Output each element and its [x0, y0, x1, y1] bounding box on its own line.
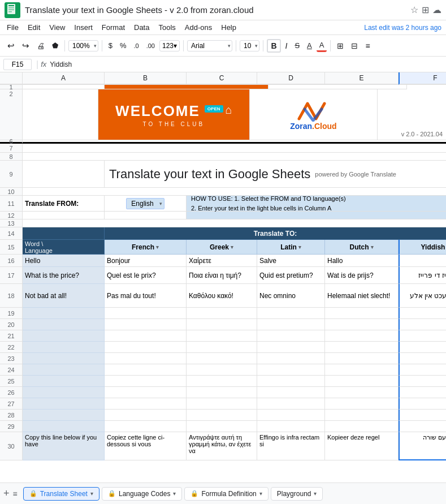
cell-b23[interactable] — [105, 353, 187, 364]
cloud-icon[interactable]: ☁ — [432, 5, 441, 15]
cell-a1[interactable] — [23, 85, 105, 89]
cell-b29[interactable] — [105, 421, 187, 432]
cell-b16[interactable]: Bonjour — [105, 255, 187, 267]
cell-a26[interactable] — [23, 387, 105, 398]
cell-c20[interactable] — [187, 319, 257, 330]
cell-e18[interactable]: Helemaal niet slecht! — [325, 284, 399, 308]
font-label[interactable]: Arial — [187, 40, 232, 51]
cell-a17[interactable]: What is the price? — [23, 267, 105, 284]
cell-f26[interactable] — [399, 387, 446, 398]
tab-playground[interactable]: Playground ▾ — [271, 487, 323, 501]
bold-button[interactable]: B — [267, 39, 280, 53]
col-a-header[interactable]: A — [23, 72, 105, 85]
cell-a21[interactable] — [23, 330, 105, 342]
cell-b24[interactable] — [105, 364, 187, 376]
menu-data[interactable]: Data — [132, 22, 151, 33]
cell-e29[interactable] — [325, 421, 399, 432]
underline-button[interactable]: A — [304, 40, 315, 51]
fontsize-selector[interactable]: 10 ▾ — [240, 40, 259, 51]
french-header[interactable]: French ▾ — [105, 240, 187, 255]
cell-a28[interactable] — [23, 410, 105, 421]
cell-a19[interactable] — [23, 308, 105, 319]
tab-formula-definition[interactable]: 🔒 Formula Definition ▾ — [184, 487, 268, 501]
menu-file[interactable]: File — [5, 22, 21, 33]
cell-a29[interactable] — [23, 421, 105, 432]
cell-f16[interactable]: העלא — [399, 255, 446, 267]
cell-c18[interactable]: Καθόλου κακό! — [187, 284, 257, 308]
more-button[interactable]: ≡ — [362, 40, 373, 51]
cell-d29[interactable] — [257, 421, 325, 432]
cell-f24[interactable] — [399, 364, 446, 376]
yiddish-header[interactable]: Yiddish ▾ — [399, 240, 446, 255]
cell-d20[interactable] — [257, 319, 325, 330]
cell-b12[interactable] — [105, 212, 187, 219]
cell-d25[interactable] — [257, 376, 325, 387]
paint-format-button[interactable]: ⬟ — [49, 40, 61, 51]
cell-e25[interactable] — [325, 376, 399, 387]
menu-insert[interactable]: Insert — [72, 22, 95, 33]
zoom-selector[interactable]: 100% ▾ — [68, 40, 98, 51]
cell-e20[interactable] — [325, 319, 399, 330]
cell-b19[interactable] — [105, 308, 187, 319]
col-b-header[interactable]: B — [105, 72, 187, 85]
cell-e22[interactable] — [325, 342, 399, 353]
cell-a2[interactable] — [23, 89, 98, 140]
text-color-button[interactable]: A — [317, 40, 327, 52]
font-selector[interactable]: Arial ▾ — [187, 40, 232, 51]
cell-d26[interactable] — [257, 387, 325, 398]
col-e-header[interactable]: E — [325, 72, 399, 85]
cell-f22[interactable] — [399, 342, 446, 353]
add-sheet-button[interactable]: + — [3, 488, 10, 499]
cell-f19[interactable] — [399, 308, 446, 319]
cell-d16[interactable]: Salve — [257, 255, 325, 267]
cell-c28[interactable] — [187, 410, 257, 421]
cell-b22[interactable] — [105, 342, 187, 353]
print-button[interactable]: 🖨 — [34, 40, 47, 51]
cell-a22[interactable] — [23, 342, 105, 353]
sheet-menu-button[interactable]: ≡ — [13, 489, 18, 498]
cell-c21[interactable] — [187, 330, 257, 342]
cell-a18[interactable]: Not bad at all! — [23, 284, 105, 308]
tab-language-codes[interactable]: 🔒 Language Codes ▾ — [102, 487, 182, 501]
cell-d22[interactable] — [257, 342, 325, 353]
from-lang-cell[interactable]: English ▾ — [105, 196, 187, 212]
cell-c17[interactable]: Ποια είναι η τιμή? — [187, 267, 257, 284]
menu-addons[interactable]: Add-ons — [183, 22, 214, 33]
cell-f17[interactable]: ?וואָס איז די פּרייז — [399, 267, 446, 284]
cell-e21[interactable] — [325, 330, 399, 342]
cell-f20[interactable] — [399, 319, 446, 330]
decimal1-button[interactable]: .0 — [131, 41, 142, 50]
from-language-dropdown[interactable]: English — [126, 198, 164, 209]
star-icon[interactable]: ☆ — [410, 5, 418, 15]
cell-b17[interactable]: Quel est le prix? — [105, 267, 187, 284]
cell-d19[interactable] — [257, 308, 325, 319]
cell-f29[interactable] — [399, 421, 446, 432]
cell-b30[interactable]: Copiez cette ligne ci-dessous si vous — [105, 432, 187, 460]
percent-button[interactable]: % — [117, 40, 129, 51]
cell-b28[interactable] — [105, 410, 187, 421]
col-d-header[interactable]: D — [257, 72, 325, 85]
italic-button[interactable]: I — [283, 40, 291, 51]
menu-view[interactable]: View — [47, 22, 67, 33]
redo-button[interactable]: ↪ — [19, 40, 32, 52]
cell-e17[interactable]: Wat is de prijs? — [325, 267, 399, 284]
cell-e27[interactable] — [325, 398, 399, 410]
cell-b25[interactable] — [105, 376, 187, 387]
cell-d18[interactable]: Nec omnino — [257, 284, 325, 308]
decimal2-button[interactable]: .00 — [144, 41, 158, 50]
cell-d28[interactable] — [257, 410, 325, 421]
cell-reference-input[interactable]: F15 — [3, 59, 32, 70]
menu-edit[interactable]: Edit — [25, 22, 42, 33]
col-c-header[interactable]: C — [187, 72, 257, 85]
cell-a23[interactable] — [23, 353, 105, 364]
cell-b21[interactable] — [105, 330, 187, 342]
cell-c27[interactable] — [187, 398, 257, 410]
latin-header[interactable]: Latin ▾ — [257, 240, 325, 255]
dutch-header[interactable]: Dutch ▾ — [325, 240, 399, 255]
cell-e24[interactable] — [325, 364, 399, 376]
cell-c24[interactable] — [187, 364, 257, 376]
cell-e23[interactable] — [325, 353, 399, 364]
cell-c16[interactable]: Χαίρετε — [187, 255, 257, 267]
cell-f30[interactable]: קאָפּיע דעם שורה — [399, 432, 446, 460]
cell-c29[interactable] — [187, 421, 257, 432]
